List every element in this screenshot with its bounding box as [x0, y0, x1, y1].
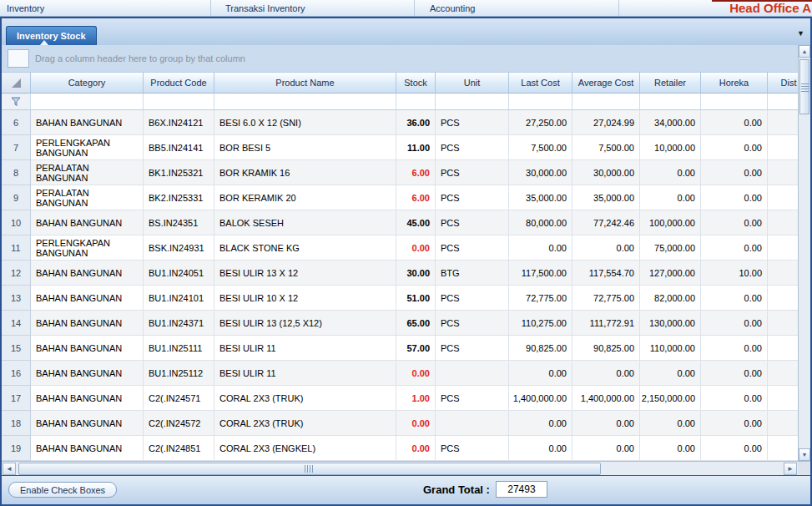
cell-horeka[interactable]: 0.00 — [701, 235, 768, 261]
cell-category[interactable]: BAHAN BANGUNAN — [31, 386, 144, 411]
vertical-scroll-thumb[interactable] — [799, 59, 809, 114]
menu-item-transaksi-inventory[interactable]: Transaksi Inventory — [211, 0, 415, 16]
scroll-up-icon[interactable]: ▲ — [799, 45, 810, 58]
column-header-unit[interactable]: Unit — [436, 72, 509, 94]
cell-name[interactable]: BESI ULIR 13 (12,5 X12) — [214, 311, 396, 336]
cell-last-cost[interactable]: 35,000.00 — [509, 185, 572, 210]
cell-horeka[interactable]: 10.00 — [701, 261, 768, 286]
cell-unit[interactable]: BTG — [436, 261, 509, 286]
row-indicator[interactable]: 18 — [2, 411, 31, 436]
cell-unit[interactable]: PCS — [436, 286, 509, 311]
cell-code[interactable]: BS.IN24351 — [144, 210, 214, 235]
cell-category[interactable]: BAHAN BANGUNAN — [31, 261, 144, 286]
cell-code[interactable]: B6X.IN24121 — [144, 110, 214, 135]
cell-horeka[interactable]: 0.00 — [701, 411, 768, 436]
row-indicator[interactable]: 17 — [2, 386, 31, 411]
cell-code[interactable]: BU1.IN25111 — [144, 336, 214, 361]
cell-code[interactable]: C2(.IN24571 — [144, 386, 214, 411]
cell-name[interactable]: BESI ULIR 11 — [214, 361, 396, 386]
cell-retailer[interactable]: 0.00 — [640, 436, 701, 461]
cell-code[interactable]: BSK.IN24931 — [144, 235, 214, 261]
filter-cell-average-cost[interactable] — [572, 94, 640, 110]
cell-code[interactable]: BU1.IN25112 — [144, 361, 214, 386]
cell-unit[interactable]: PCS — [436, 336, 509, 361]
cell-avg-cost[interactable]: 7,500.00 — [572, 135, 640, 160]
row-indicator[interactable]: 19 — [2, 436, 31, 461]
cell-retailer[interactable]: 34,000.00 — [640, 110, 701, 135]
cell-horeka[interactable]: 0.00 — [701, 436, 768, 461]
cell-retailer[interactable]: 100,000.00 — [640, 210, 701, 235]
cell-avg-cost[interactable]: 35,000.00 — [572, 185, 640, 210]
cell-last-cost[interactable]: 117,500.00 — [509, 261, 572, 286]
cell-unit[interactable]: PCS — [436, 436, 509, 461]
cell-stock[interactable]: 36.00 — [396, 110, 436, 135]
cell-unit[interactable] — [436, 361, 509, 386]
table-row[interactable]: 10BAHAN BANGUNANBS.IN24351BALOK SESEH45.… — [2, 210, 810, 235]
menu-item-accounting[interactable]: Accounting — [415, 0, 619, 16]
column-header-category[interactable]: Category — [31, 72, 144, 94]
cell-category[interactable]: BAHAN BANGUNAN — [31, 110, 144, 135]
tab-inventory-stock[interactable]: Inventory Stock — [6, 26, 97, 45]
column-header-average-cost[interactable]: Average Cost — [572, 72, 640, 94]
row-indicator[interactable]: 7 — [2, 135, 31, 160]
cell-last-cost[interactable]: 90,825.00 — [509, 336, 572, 361]
cell-code[interactable]: BB5.IN24141 — [144, 135, 214, 160]
cell-code[interactable]: BK1.IN25321 — [144, 160, 214, 185]
row-indicator[interactable]: 12 — [2, 261, 31, 286]
cell-horeka[interactable]: 0.00 — [701, 110, 768, 135]
table-row[interactable]: 13BAHAN BANGUNANBU1.IN24101BESI ULIR 10 … — [2, 286, 810, 311]
cell-last-cost[interactable]: 1,400,000.00 — [509, 386, 572, 411]
cell-horeka[interactable]: 0.00 — [701, 160, 768, 185]
cell-name[interactable]: BOR BESI 5 — [214, 135, 396, 160]
table-row[interactable]: 7PERLENGKAPAN BANGUNANBB5.IN24141BOR BES… — [2, 135, 810, 160]
menu-item-inventory[interactable]: Inventory — [0, 0, 211, 16]
cell-horeka[interactable]: 0.00 — [701, 311, 768, 336]
table-row[interactable]: 19BAHAN BANGUNANC2(.IN24851CORAL 2X3 (EN… — [2, 436, 810, 461]
row-indicator[interactable]: 9 — [2, 185, 31, 210]
cell-unit[interactable]: PCS — [436, 386, 509, 411]
cell-name[interactable]: CORAL 2X3 (ENGKEL) — [214, 436, 396, 461]
cell-avg-cost[interactable]: 90,825.00 — [572, 336, 640, 361]
cell-code[interactable]: BU1.IN24051 — [144, 261, 214, 286]
cell-code[interactable]: C2(.IN24851 — [144, 436, 214, 461]
cell-last-cost[interactable]: 0.00 — [509, 361, 572, 386]
table-row[interactable]: 17BAHAN BANGUNANC2(.IN24571CORAL 2X3 (TR… — [2, 386, 810, 411]
cell-code[interactable]: C2(.IN24572 — [144, 411, 214, 436]
enable-checkboxes-button[interactable]: Enable Check Boxes — [8, 482, 117, 498]
table-row[interactable]: 8PERALATAN BANGUNANBK1.IN25321BOR KRAMIK… — [2, 160, 810, 185]
horizontal-scroll-track[interactable] — [17, 463, 783, 475]
cell-stock[interactable]: 6.00 — [396, 185, 436, 210]
filter-cell-unit[interactable] — [436, 94, 509, 110]
filter-cell-last-cost[interactable] — [509, 94, 572, 110]
scroll-right-icon[interactable]: ► — [784, 463, 797, 475]
cell-stock[interactable]: 30.00 — [396, 261, 436, 286]
cell-name[interactable]: CORAL 2X3 (TRUK) — [214, 411, 396, 436]
cell-code[interactable]: BU1.IN24371 — [144, 311, 214, 336]
tab-list-dropdown-icon[interactable]: ▼ — [797, 30, 804, 38]
cell-category[interactable]: BAHAN BANGUNAN — [31, 436, 144, 461]
cell-retailer[interactable]: 10,000.00 — [640, 135, 701, 160]
cell-horeka[interactable]: 0.00 — [701, 286, 768, 311]
cell-unit[interactable]: PCS — [436, 185, 509, 210]
cell-stock[interactable]: 57.00 — [396, 336, 436, 361]
table-row[interactable]: 12BAHAN BANGUNANBU1.IN24051BESI ULIR 13 … — [2, 261, 810, 286]
scroll-down-icon[interactable]: ▼ — [799, 448, 810, 461]
cell-category[interactable]: BAHAN BANGUNAN — [31, 336, 144, 361]
vertical-scroll-track[interactable] — [799, 58, 810, 448]
cell-stock[interactable]: 51.00 — [396, 286, 436, 311]
cell-category[interactable]: BAHAN BANGUNAN — [31, 286, 144, 311]
cell-category[interactable]: PERALATAN BANGUNAN — [31, 185, 144, 210]
cell-retailer[interactable]: 110,000.00 — [640, 336, 701, 361]
cell-unit[interactable]: PCS — [436, 110, 509, 135]
cell-avg-cost[interactable]: 72,775.00 — [572, 286, 640, 311]
cell-retailer[interactable]: 0.00 — [640, 160, 701, 185]
cell-avg-cost[interactable]: 77,242.46 — [572, 210, 640, 235]
cell-category[interactable]: BAHAN BANGUNAN — [31, 361, 144, 386]
cell-retailer[interactable]: 0.00 — [640, 185, 701, 210]
cell-unit[interactable]: PCS — [436, 135, 509, 160]
cell-retailer[interactable]: 0.00 — [640, 361, 701, 386]
cell-last-cost[interactable]: 30,000.00 — [509, 160, 572, 185]
cell-name[interactable]: BESI ULIR 10 X 12 — [214, 286, 396, 311]
cell-retailer[interactable]: 75,000.00 — [640, 235, 701, 261]
cell-category[interactable]: BAHAN BANGUNAN — [31, 411, 144, 436]
